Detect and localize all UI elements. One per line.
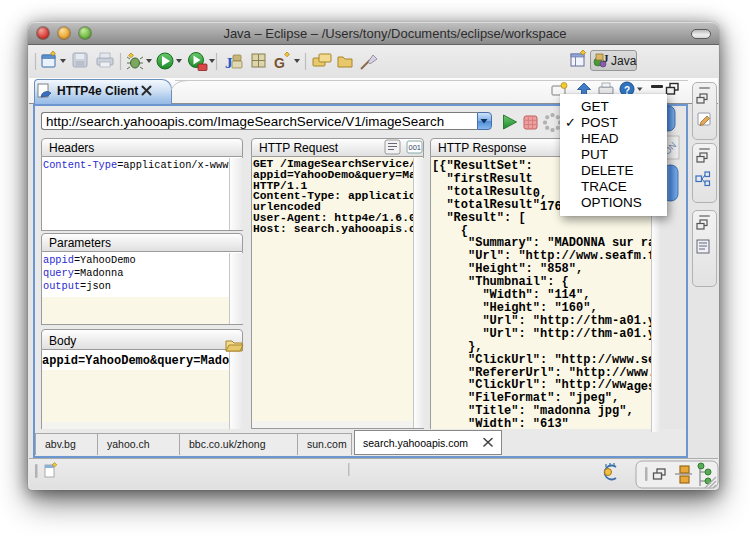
svg-text:001: 001 xyxy=(409,143,422,152)
svg-text:J: J xyxy=(603,52,609,64)
svg-text:G: G xyxy=(274,55,285,71)
